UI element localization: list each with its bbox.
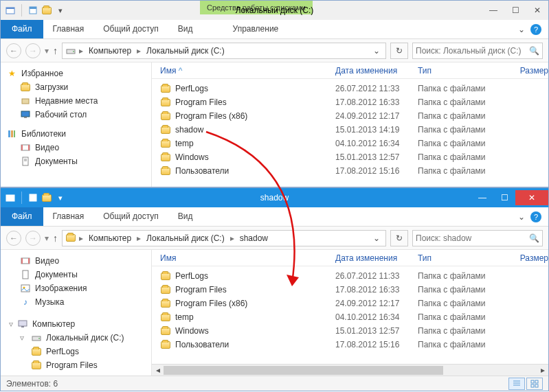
file-tab[interactable]: Файл: [1, 207, 43, 226]
breadcrumb-drive[interactable]: Локальный диск (C:): [144, 46, 227, 56]
sidebar-item-programfiles[interactable]: Program Files: [3, 358, 148, 372]
sidebar-item-videos[interactable]: Видео: [3, 254, 148, 268]
close-button[interactable]: ✕: [526, 3, 548, 18]
file-row[interactable]: Пользователи17.08.2012 15:16Папка с файл…: [152, 338, 548, 351]
forward-button[interactable]: →: [25, 43, 41, 58]
tab-view[interactable]: Вид: [168, 20, 203, 38]
ribbon-expand-icon[interactable]: ⌄: [518, 212, 525, 222]
back-button[interactable]: ←: [6, 43, 21, 58]
refresh-button[interactable]: ↻: [390, 230, 408, 246]
breadcrumb-folder[interactable]: shadow: [237, 233, 271, 243]
file-date: 17.08.2012 16:33: [335, 285, 418, 295]
sidebar-item-music[interactable]: ♪Музыка: [3, 295, 148, 309]
maximize-button[interactable]: ☐: [493, 190, 515, 205]
sidebar-item-desktop[interactable]: Рабочий стол: [3, 108, 148, 122]
qat-dropdown-icon[interactable]: ▾: [55, 5, 66, 16]
horizontal-scrollbar[interactable]: ◂ ▸: [152, 364, 548, 376]
file-row[interactable]: Пользователи17.08.2012 15:16Папка с файл…: [152, 164, 548, 178]
sidebar-item-documents[interactable]: Документы: [3, 268, 148, 281]
address-bar[interactable]: ▸ Компьютер ▸ Локальный диск (C:) ▸ shad…: [62, 230, 386, 246]
column-date[interactable]: Дата изменения: [335, 66, 418, 76]
column-type[interactable]: Тип: [418, 253, 507, 263]
tab-manage[interactable]: Управление: [223, 20, 289, 38]
view-details-button[interactable]: [508, 378, 525, 390]
breadcrumb-computer[interactable]: Компьютер: [86, 233, 134, 243]
sidebar-item-documents[interactable]: Документы: [3, 154, 148, 168]
forward-button[interactable]: →: [25, 231, 41, 246]
column-headers[interactable]: Имя Дата изменения Тип Размер: [152, 250, 548, 266]
file-row[interactable]: PerfLogs26.07.2012 11:33Папка с файлами: [152, 269, 548, 283]
refresh-button[interactable]: ↻: [390, 43, 408, 59]
column-headers[interactable]: Имя ^ Дата изменения Тип Размер: [152, 62, 548, 79]
maximize-button[interactable]: ☐: [504, 3, 526, 18]
column-size[interactable]: Размер: [507, 66, 548, 76]
qat-properties-icon[interactable]: [27, 5, 38, 16]
recent-locations-dropdown[interactable]: ▾: [45, 46, 49, 56]
search-box[interactable]: 🔍: [412, 43, 543, 59]
file-row[interactable]: shadow15.01.2013 14:19Папка с файлами: [152, 123, 548, 137]
tab-view[interactable]: Вид: [168, 207, 203, 226]
file-row[interactable]: Program Files (x86)24.09.2012 12:17Папка…: [152, 297, 548, 310]
scroll-thumb[interactable]: [164, 366, 443, 375]
address-dropdown-icon[interactable]: ⌄: [373, 233, 383, 243]
qat-newfolder-icon[interactable]: [41, 192, 52, 203]
ribbon-expand-icon[interactable]: ⌄: [518, 25, 525, 34]
search-icon[interactable]: 🔍: [529, 233, 539, 243]
column-date[interactable]: Дата изменения: [335, 253, 418, 263]
file-row[interactable]: Windows15.01.2013 12:57Папка с файлами: [152, 324, 548, 338]
titlebar[interactable]: ▾ shadow — ☐ ✕: [1, 188, 548, 207]
tab-home[interactable]: Главная: [43, 20, 94, 38]
recent-locations-dropdown[interactable]: ▾: [45, 233, 49, 243]
sidebar-item-recent[interactable]: Недавние места: [3, 94, 148, 108]
search-box[interactable]: 🔍: [412, 230, 543, 246]
search-icon[interactable]: 🔍: [529, 46, 539, 56]
file-row[interactable]: temp04.10.2012 16:34Папка с файлами: [152, 137, 548, 150]
column-size[interactable]: Размер: [507, 253, 548, 263]
titlebar[interactable]: ▾ Средства работы с дисками Локальный ди…: [1, 1, 548, 20]
tab-home[interactable]: Главная: [43, 207, 94, 226]
qat-newfolder-icon[interactable]: [41, 5, 52, 16]
qat-dropdown-icon[interactable]: ▾: [55, 192, 66, 203]
column-name[interactable]: Имя: [160, 253, 335, 263]
up-button[interactable]: ↑: [53, 233, 58, 244]
sidebar-item-downloads[interactable]: Загрузки: [3, 80, 148, 94]
file-row[interactable]: Program Files17.08.2012 16:33Папка с фай…: [152, 283, 548, 297]
file-tab[interactable]: Файл: [1, 20, 43, 38]
search-input[interactable]: [416, 46, 529, 56]
file-row[interactable]: Windows15.01.2013 12:57Папка с файлами: [152, 150, 548, 164]
column-type[interactable]: Тип: [418, 66, 507, 76]
file-name: Windows: [175, 152, 209, 162]
help-icon[interactable]: ?: [530, 211, 541, 222]
up-button[interactable]: ↑: [53, 45, 58, 56]
qat-properties-icon[interactable]: [27, 192, 38, 203]
file-row[interactable]: temp04.10.2012 16:34Папка с файлами: [152, 310, 548, 324]
sidebar-item-videos[interactable]: Видео: [3, 141, 148, 154]
sidebar-computer[interactable]: ▿Компьютер: [3, 317, 148, 331]
help-icon[interactable]: ?: [530, 24, 541, 35]
back-button[interactable]: ←: [6, 231, 21, 246]
sidebar-favorites[interactable]: ★Избранное: [3, 67, 148, 80]
scroll-right-icon[interactable]: ▸: [537, 365, 548, 376]
breadcrumb-drive[interactable]: Локальный диск (C:): [144, 233, 227, 243]
minimize-button[interactable]: —: [482, 3, 504, 18]
system-menu-icon[interactable]: [5, 192, 16, 203]
address-bar[interactable]: ▸ Компьютер ▸ Локальный диск (C:) ⌄: [62, 43, 386, 59]
file-row[interactable]: Program Files17.08.2012 16:33Папка с фай…: [152, 95, 548, 109]
tab-share[interactable]: Общий доступ: [93, 20, 168, 38]
view-icons-button[interactable]: [526, 378, 543, 390]
scroll-left-icon[interactable]: ◂: [152, 365, 164, 376]
breadcrumb-computer[interactable]: Компьютер: [86, 46, 134, 56]
close-button[interactable]: ✕: [515, 190, 548, 205]
minimize-button[interactable]: —: [471, 190, 493, 205]
file-row[interactable]: Program Files (x86)24.09.2012 12:17Папка…: [152, 109, 548, 123]
address-dropdown-icon[interactable]: ⌄: [373, 46, 383, 56]
sidebar-item-local-disk[interactable]: ▿Локальный диск (C:): [3, 331, 148, 345]
file-row[interactable]: PerfLogs26.07.2012 11:33Папка с файлами: [152, 82, 548, 95]
search-input[interactable]: [416, 233, 529, 243]
tab-share[interactable]: Общий доступ: [93, 207, 168, 226]
sidebar-item-perflogs[interactable]: PerfLogs: [3, 345, 148, 358]
sidebar-item-pictures[interactable]: Изображения: [3, 281, 148, 295]
column-name[interactable]: Имя ^: [160, 66, 335, 76]
sidebar-libraries[interactable]: Библиотеки: [3, 127, 148, 141]
system-menu-icon[interactable]: [5, 5, 16, 16]
